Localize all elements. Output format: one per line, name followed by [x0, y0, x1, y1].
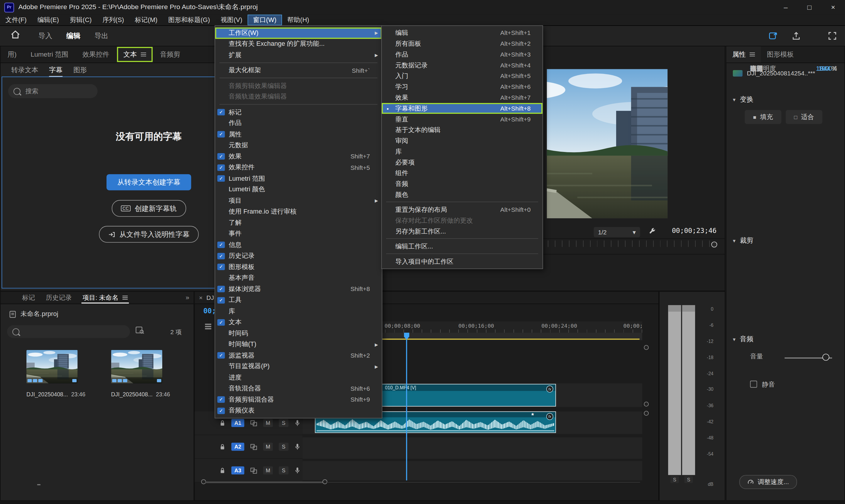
window-menu-item[interactable]: 库 [215, 306, 382, 317]
window-menu-item[interactable]: 最大化框架 Shift+` [215, 65, 382, 76]
workspace-menu-item[interactable]: 垂直 Alt+Shift+9 [382, 114, 542, 125]
panel-menu-icon[interactable] [122, 295, 128, 300]
workspace-menu-item[interactable]: 学习 Alt+Shift+6 [382, 82, 542, 92]
lock-icon[interactable] [219, 420, 225, 426]
panel-tab[interactable]: 音频剪 [153, 46, 187, 62]
window-menu-item[interactable]: 元数据 [215, 140, 382, 151]
workspace-menu-item[interactable]: 组件 [382, 168, 542, 179]
menu-bar-item[interactable]: 序列(S) [97, 15, 129, 25]
clip-thumbnail[interactable] [26, 350, 78, 383]
fx-badge-icon[interactable]: fx [546, 385, 553, 393]
minimize-button[interactable]: – [774, 0, 797, 15]
fx-badge-icon[interactable]: fx [546, 413, 553, 420]
seek-playhead-handle[interactable] [711, 241, 717, 247]
track-target-badge[interactable]: A3 [231, 466, 244, 475]
import-captions-button[interactable]: 从文件导入说明性字幕 [99, 226, 199, 242]
track-target-badge[interactable]: A1 [231, 419, 244, 427]
window-menu-item[interactable]: 媒体浏览器 Shift+8 [215, 284, 382, 295]
caption-subtab[interactable]: 图形 [73, 63, 87, 78]
window-menu-item[interactable]: 源监视器 Shift+2 [215, 350, 382, 361]
maximize-button[interactable]: □ [797, 0, 821, 15]
window-menu-item[interactable]: 音频剪辑混合器 Shift+9 [215, 394, 382, 406]
sync-lock-icon[interactable] [250, 444, 257, 450]
window-menu-item[interactable]: 工作区(W) [215, 28, 382, 39]
voice-record-icon[interactable] [294, 467, 300, 474]
window-menu-item[interactable]: 音轨混合器 Shift+6 [215, 383, 382, 394]
menu-bar-item[interactable]: 窗口(W) [248, 15, 282, 25]
workspace-menu-item[interactable]: 入门 Alt+Shift+5 [382, 71, 542, 82]
audio-track-a2[interactable] [303, 437, 642, 459]
caption-subtab[interactable]: 字幕 [49, 63, 62, 78]
close-button[interactable]: × [821, 0, 845, 15]
caption-search-input[interactable] [24, 87, 92, 95]
sync-lock-icon[interactable] [250, 467, 257, 474]
window-menu-item[interactable]: 项目 [215, 195, 382, 206]
workspace-menu-item[interactable]: 另存为新工作区... [382, 226, 542, 237]
window-menu-item[interactable]: 标记 [215, 107, 382, 118]
vertical-scroll-handle[interactable] [644, 345, 649, 350]
workspace-menu-item[interactable]: 元数据记录 Alt+Shift+4 [382, 60, 542, 71]
window-menu-item[interactable]: 信息 [215, 239, 382, 251]
window-menu-item[interactable]: 查找有关 Exchange 的扩展功能... [215, 38, 382, 50]
crop-section-header[interactable]: ▾ 裁剪 [733, 236, 753, 245]
workspace-menu-item[interactable]: 必要项 [382, 157, 542, 168]
clip-thumbnail[interactable] [111, 350, 163, 383]
fit-button[interactable]: □ 适合 [786, 110, 822, 124]
window-menu-item[interactable]: 图形模板 [215, 262, 382, 272]
panel-tab[interactable]: 项目: 未命名 [77, 292, 133, 303]
adjust-speed-button[interactable]: 调整速度... [739, 475, 797, 489]
solo-button[interactable]: S [279, 443, 288, 451]
program-monitor-video[interactable] [547, 69, 668, 218]
panel-tab[interactable]: Lumetri 范围 [23, 46, 75, 62]
window-menu-item[interactable]: 时间轴(T) [215, 339, 382, 350]
workspace-mode-tab[interactable]: 导入 [31, 26, 59, 46]
window-menu-item[interactable]: 作品 [215, 118, 382, 129]
clip-name[interactable]: DJI_20250408... [111, 391, 153, 397]
workspace-menu-item[interactable]: 作品 Alt+Shift+3 [382, 49, 542, 60]
window-menu-item[interactable]: 文本 [215, 317, 382, 328]
panel-menu-icon[interactable] [750, 52, 755, 57]
panel-tab[interactable]: 效果控件 [75, 46, 116, 62]
menu-bar-item[interactable]: 标记(M) [129, 15, 163, 25]
timeline-settings-icon[interactable] [204, 323, 212, 329]
fill-button[interactable]: ■ 填充 [745, 110, 781, 124]
icon-view-icon[interactable] [37, 484, 40, 485]
track-target-badge[interactable]: A2 [231, 443, 244, 451]
volume-slider-knob[interactable] [822, 354, 829, 361]
window-menu-item[interactable]: 工具 [215, 294, 382, 306]
panel-tab[interactable]: 用) [1, 46, 23, 62]
panel-tab[interactable]: 图形模板 [761, 46, 799, 62]
audio-track-a3[interactable] [303, 461, 642, 480]
mute-button[interactable]: M [263, 466, 273, 475]
close-icon[interactable]: × [199, 294, 202, 301]
window-menu-item[interactable]: 时间码 [215, 328, 382, 339]
project-search-input[interactable] [23, 327, 125, 336]
workspace-menu-item[interactable]: 所有面板 Alt+Shift+2 [382, 38, 542, 49]
workspace-mode-tab[interactable]: 编辑 [59, 26, 87, 46]
share-icon[interactable] [792, 32, 801, 40]
workspace-mode-tab[interactable]: 导出 [87, 26, 115, 46]
voice-record-icon[interactable] [294, 443, 300, 450]
workspace-menu-item[interactable]: 库 [382, 146, 542, 157]
solo-button[interactable]: S [279, 466, 288, 475]
window-menu-item[interactable]: 音频轨道效果编辑器 [215, 92, 382, 103]
project-clip[interactable]: DJI_20250408... 23:46 [111, 350, 165, 397]
caption-search-field[interactable] [8, 84, 98, 98]
project-search-field[interactable] [7, 325, 130, 338]
menu-bar-item[interactable]: 帮助(H) [282, 15, 315, 25]
window-menu-item[interactable]: 基本声音 [215, 272, 382, 284]
menu-bar-item[interactable]: 文件(F) [0, 15, 32, 25]
create-caption-track-button[interactable]: CC 创建新字幕轨 [112, 200, 186, 217]
timeline-timecode[interactable]: 00; [203, 307, 216, 315]
quick-export-icon[interactable] [769, 32, 778, 40]
clip-name[interactable]: DJI_20250408... [26, 391, 68, 397]
fullscreen-icon[interactable] [828, 32, 837, 40]
panel-menu-icon[interactable] [141, 52, 146, 57]
mute-checkbox[interactable] [750, 381, 757, 388]
workspace-menu-item[interactable]: 重置为保存的布局 Alt+Shift+0 [382, 204, 542, 215]
horizontal-scrollbar-track[interactable] [327, 482, 640, 483]
window-menu-item[interactable]: 音频仪表 [215, 405, 382, 416]
solo-button[interactable]: S [684, 476, 693, 483]
window-menu-item[interactable]: 效果控件 Shift+5 [215, 162, 382, 173]
create-captions-from-transcript-button[interactable]: 从转录文本创建字幕 [107, 174, 191, 191]
